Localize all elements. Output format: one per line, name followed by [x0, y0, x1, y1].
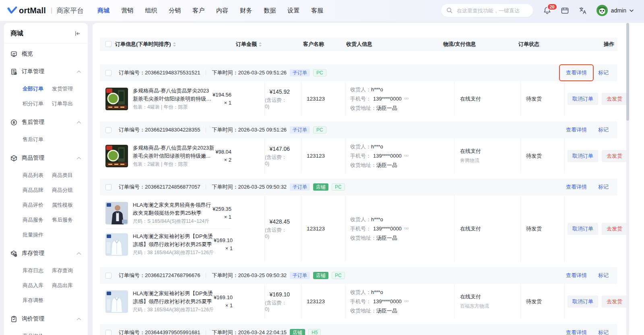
mark-link[interactable]: 标记 — [598, 183, 609, 191]
col-receiver: 收货人信息 — [346, 37, 372, 51]
order-checkbox[interactable] — [105, 70, 111, 76]
eye-icon[interactable] — [404, 97, 409, 101]
sidebar-collapse-icon[interactable] — [74, 30, 81, 37]
eye-icon[interactable] — [404, 300, 409, 303]
table-header: 订单信息(下单时间排序) 订单金额 客户名称 收货人信息 物流/支付信息 订单状… — [100, 37, 617, 51]
select-all-checkbox[interactable] — [105, 41, 111, 47]
order-time: 下单时间：2026-03-25 09:51:26 — [212, 69, 287, 76]
order-status: 待发货 — [520, 284, 564, 319]
scrollbar-thumb[interactable] — [626, 23, 629, 121]
customer-name: 123123 — [301, 195, 345, 262]
order-amount: ¥428.45 — [269, 218, 290, 225]
product-title[interactable]: 多规格商品-赛八仙贡品芽尖2023新茶毛尖茶叶信阳绿茶明前特级嫩... — [133, 144, 215, 160]
sidebar-item[interactable]: 商品询价 — [23, 329, 52, 335]
sidebar-item[interactable]: 发货管理 — [52, 81, 81, 96]
product-qty: × 1 — [214, 302, 233, 308]
nav-item-1[interactable]: 商城 — [97, 7, 109, 14]
receiver-info: 收货人：h***o手机号：139****0000收货地址：汤臣一品 — [345, 138, 454, 173]
view-detail-link[interactable]: 查看详情 — [566, 69, 587, 76]
sidebar-item[interactable]: 库存查询 — [52, 263, 81, 278]
notification-bell-icon[interactable]: 20 — [543, 6, 551, 14]
col-amount[interactable]: 订单金额 — [236, 37, 262, 51]
cancel-order-button[interactable]: 取消订单 — [568, 150, 598, 162]
sidebar-item[interactable]: 订单导出 — [52, 96, 81, 111]
cancel-order-button[interactable]: 取消订单 — [568, 93, 598, 105]
ship-button[interactable]: 去发货 — [602, 93, 627, 105]
view-detail-link[interactable]: 查看详情 — [566, 126, 587, 134]
sidebar-group-2[interactable]: 订单管理 — [10, 63, 81, 80]
sidebar-item[interactable]: 库存日志 — [23, 263, 52, 278]
view-detail-link[interactable]: 查看详情 — [566, 183, 587, 191]
nav-item-6[interactable]: 内容 — [216, 7, 228, 14]
product-title[interactable]: 多规格商品-赛八仙贡品芽尖2023新茶毛尖茶叶信阳绿茶明前特级嫩... — [133, 87, 213, 103]
eye-icon[interactable] — [404, 154, 409, 158]
col-order-info[interactable]: 订单信息(下单时间排序) — [115, 37, 176, 51]
nav-item-8[interactable]: 数据 — [264, 7, 276, 14]
sidebar-group-1[interactable]: 概览 — [10, 45, 81, 63]
product-spec: 尺码：S 165/84A(S)推荐114~124斤 — [133, 218, 213, 225]
cancel-order-button[interactable]: 取消订单 — [568, 296, 598, 308]
sidebar-item[interactable]: 售后订单 — [23, 132, 52, 147]
order-tag: H5 — [308, 329, 321, 335]
chevron-up-icon — [76, 70, 81, 73]
brand-logo[interactable]: ortMall | 商家平台 — [7, 6, 84, 15]
sidebar-item[interactable]: 批量操作 — [23, 227, 52, 242]
sort-icon — [258, 42, 262, 47]
nav-item-7[interactable]: 财务 — [240, 7, 252, 14]
sidebar-item[interactable]: 商品列表 — [23, 168, 52, 183]
nav-item-4[interactable]: 分销 — [169, 7, 181, 14]
sidebar-item[interactable]: 商品出库 — [52, 278, 81, 293]
sidebar-item[interactable]: 商品服务 — [23, 212, 52, 227]
sidebar-group-4[interactable]: 商品管理 — [10, 149, 81, 167]
sidebar-group-6[interactable]: 询价管理 — [10, 310, 81, 328]
order-checkbox[interactable] — [105, 184, 111, 190]
nav-item-3[interactable]: 组织 — [145, 7, 157, 14]
user-menu[interactable]: admin — [597, 5, 634, 16]
sidebar-item[interactable]: 商品类目 — [52, 168, 81, 183]
workbench-icon[interactable] — [561, 7, 569, 14]
ship-button[interactable]: 去发货 — [602, 296, 627, 308]
ship-button[interactable]: 去发货 — [602, 223, 627, 235]
order-no: 订单编号：2036621724768796676 — [119, 272, 200, 279]
sidebar-item[interactable]: 库存调整 — [23, 293, 52, 308]
sidebar-item[interactable]: 全部订单 — [23, 81, 52, 96]
nav-item-2[interactable]: 营销 — [121, 7, 133, 14]
sidebar-item[interactable]: 商品分组 — [52, 183, 81, 197]
product-image-tea — [105, 145, 128, 167]
order-checkbox[interactable] — [105, 127, 111, 133]
order-checkbox[interactable] — [105, 273, 111, 279]
order-checkbox[interactable] — [105, 330, 111, 335]
ship-button[interactable]: 去发货 — [602, 150, 627, 162]
order-time: 下单时间：2026-03-25 09:50:32 — [212, 183, 287, 191]
language-switch-icon[interactable] — [579, 7, 587, 14]
payment-method: 在线支付 — [460, 293, 520, 300]
cancel-order-button[interactable]: 取消订单 — [568, 223, 598, 235]
nav-item-5[interactable]: 客户 — [192, 7, 204, 14]
col-logistics: 物流/支付信息 — [443, 37, 476, 51]
nav-item-10[interactable]: 客服 — [311, 7, 323, 14]
product-title[interactable]: HLA海澜之家短袖衬衫男【DP免烫凉感】领昂行政衬衫衬衣男25夏季 — [133, 232, 214, 248]
nav-item-9[interactable]: 设置 — [287, 7, 299, 14]
brand-name: ortMall — [19, 6, 46, 15]
sidebar-item[interactable]: 商品品牌 — [23, 183, 52, 197]
sidebar-item[interactable]: 属性模板 — [52, 197, 81, 212]
view-detail-link[interactable]: 查看详情 — [566, 329, 587, 335]
sidebar-item[interactable]: 积分订单 — [23, 96, 52, 111]
sidebar-group-3[interactable]: 售后管理 — [10, 113, 81, 131]
mark-link[interactable]: 标记 — [598, 329, 609, 335]
sidebar-item[interactable]: 商品评价 — [23, 197, 52, 212]
sidebar-item[interactable]: 售后服务 — [52, 212, 81, 227]
global-search[interactable] — [441, 4, 533, 17]
order-tag: PC — [313, 69, 326, 76]
sidebar-item[interactable]: 商品入库 — [23, 278, 52, 293]
view-detail-link[interactable]: 查看详情 — [566, 272, 587, 279]
mark-link[interactable]: 标记 — [598, 126, 609, 134]
search-input[interactable] — [456, 7, 528, 14]
sidebar-group-5[interactable]: 库存管理 — [10, 245, 81, 262]
mark-link[interactable]: 标记 — [598, 69, 609, 76]
product-title[interactable]: HLA海澜之家夹克男轻商务领昂行政夹克翻领挺括外套男25秋季 — [133, 201, 213, 217]
mark-link[interactable]: 标记 — [598, 272, 609, 279]
order-tag: 子订单 — [290, 69, 310, 76]
product-title[interactable]: HLA海澜之家短袖衬衫男【DP免烫凉感】领昂行政衬衫衬衣男25夏季 — [133, 290, 214, 305]
eye-icon[interactable] — [404, 227, 409, 230]
